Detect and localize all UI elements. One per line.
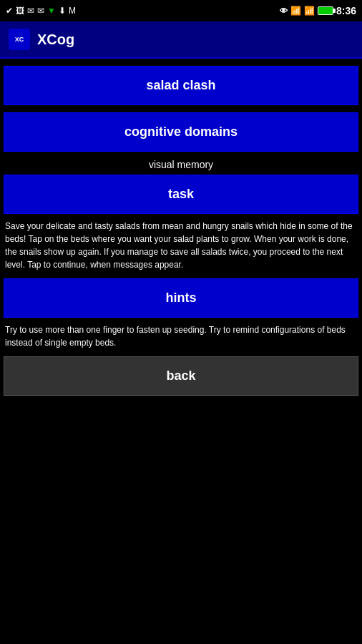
status-bar: ✔ 🖼 ✉ ✉ ▼ ⬇ M 👁 📶 📶 8:36 [0,0,362,21]
vpn-icon: ▼ [47,6,56,16]
status-bar-right: 👁 📶 📶 8:36 [280,5,356,16]
checkmark-icon: ✔ [6,6,13,16]
hints-button[interactable]: hints [4,278,358,318]
hints-description: Try to use more than one finger to faste… [4,323,358,349]
back-button[interactable]: back [4,356,358,396]
status-bar-icons: ✔ 🖼 ✉ ✉ ▼ ⬇ M [6,6,76,16]
task-button[interactable]: task [4,175,358,214]
cognitive-domains-button[interactable]: cognitive domains [4,112,358,152]
mail-icon: M [69,6,76,16]
signal-icon: 📶 [304,6,315,16]
download-icon: ⬇ [59,6,66,16]
image-icon: 🖼 [16,6,24,16]
wifi-icon: 📶 [290,6,301,16]
app-title: XCog [37,31,74,48]
email-icon: ✉ [27,6,34,16]
app-logo: XC [9,29,30,50]
sms-icon: ✉ [37,6,44,16]
clock: 8:36 [336,5,356,16]
task-description: Save your delicate and tasty salads from… [4,220,358,271]
main-content: salad clash cognitive domains visual mem… [0,59,362,403]
eye-icon: 👁 [280,6,288,15]
salad-clash-button[interactable]: salad clash [4,66,358,105]
app-bar: XC XCog [0,21,362,59]
battery-icon [318,6,333,15]
visual-memory-label: visual memory [4,159,358,170]
